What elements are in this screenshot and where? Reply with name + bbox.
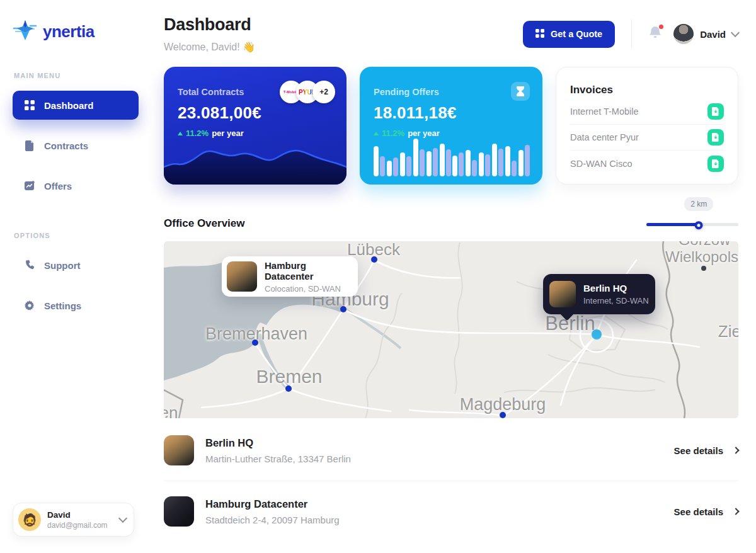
datacenter-photo-thumbnail [164,496,194,527]
invoices-title: Invoices [556,67,738,99]
slider-track[interactable] [646,223,738,226]
account-menu[interactable]: David [673,24,738,44]
map-marker-gorzow[interactable] [701,266,706,271]
radius-value-pill: 2 km [684,197,713,211]
trend-up-icon [178,132,183,135]
bar-group [400,152,411,176]
main-content: Dashboard Welcome, David! 👋 Get a Quote [164,0,738,553]
bar-group [466,150,477,176]
bar-group [452,152,464,176]
bar-group [505,146,517,176]
see-details-link[interactable]: See details [674,445,738,456]
user-email: david@gmail.com [47,521,113,530]
bar-group [374,146,385,176]
get-a-quote-button[interactable]: Get a Quote [523,21,615,48]
tooltip-subtitle: Internet, SD-WAN [583,296,649,305]
office-photo-thumbnail [164,435,194,465]
topbar: Dashboard Welcome, David! 👋 Get a Quote [164,0,738,53]
invoice-label: Data center Pyur [570,132,639,142]
spinning-top-logo-icon [13,18,38,45]
chart-icon [24,180,35,191]
grid-icon [536,29,544,40]
bar-group [492,144,503,176]
chevron-down-icon [731,28,740,37]
sidebar-user-card[interactable]: 🧔 David david@gmail.com [13,503,134,537]
office-photo-thumbnail [549,281,576,307]
notification-badge [659,25,663,29]
map-city-label: Magdeburg [460,395,546,414]
brand-name: ynertia [43,22,94,42]
office-photo-thumbnail [227,261,257,292]
card-value: 18.011,18€ [374,103,529,123]
pending-offers-card[interactable]: Pending Offers 18.011,18€ 11.2% per year [360,67,542,185]
trend-suffix: per year [212,128,244,138]
menu-section-label: MAIN MENU [14,72,139,79]
slider-thumb[interactable] [695,221,703,229]
contracts-area-chart [164,135,346,185]
map-marker-hamburg[interactable] [340,306,346,312]
user-name: David [47,510,113,520]
tooltip-subtitle: Colocation, SD-WAN [265,284,353,294]
map-city-label: en [164,403,178,419]
bar-group [413,139,425,176]
tooltip-title: Hamburg Datacenter [265,260,353,282]
bar-group [387,157,398,176]
office-overview-title: Office Overview [164,217,245,230]
get-a-quote-label: Get a Quote [551,29,602,39]
offers-bar-chart [374,137,530,176]
sidebar-item-offers[interactable]: Offers [13,171,139,200]
sidebar-item-contracts[interactable]: Contracts [13,131,139,160]
download-invoice-button[interactable] [707,103,724,120]
sidebar-item-label: Dashboard [44,100,93,111]
bar-group [440,144,451,176]
account-name: David [700,29,726,40]
location-meta: Berlin HQ Martin-Luther Straße, 13347 Be… [205,437,663,464]
invoice-label: Internet T-Mobile [570,106,639,117]
stat-cards: Total Contracts 23.081,00€ 11.2% per yea… [164,67,738,185]
map-marker-luebeck[interactable] [371,256,377,263]
card-value: 23.081,00€ [178,103,333,123]
notifications-button[interactable] [648,25,662,43]
page-subtitle: Welcome, David! 👋 [164,41,255,53]
chevron-right-icon [732,447,739,453]
map-tooltip-berlin-hq[interactable]: Berlin HQ Internet, SD-WAN [543,274,655,314]
brand-logo[interactable]: ynertia [13,18,139,45]
see-details-link[interactable]: See details [674,506,738,517]
invoice-row: Internet T-Mobile [570,99,724,125]
map-tooltip-hamburg-datacenter[interactable]: Hamburg Datacenter Colocation, SD-WAN [222,256,358,297]
total-contracts-card[interactable]: Total Contracts 23.081,00€ 11.2% per yea… [164,67,346,185]
user-meta: David david@gmail.com [47,510,113,530]
page-title: Dashboard [164,15,255,35]
sidebar-item-settings[interactable]: Settings [13,291,139,320]
invoice-row: SD-WAN Cisco [570,151,724,176]
map[interactable]: Lübeck Hamburg Bremerhaven Bremen Berlin… [164,241,738,418]
locations-list: Berlin HQ Martin-Luther Straße, 13347 Be… [164,420,738,542]
download-invoice-button[interactable] [707,156,724,172]
vertical-divider [631,20,632,48]
bar-group [479,152,490,176]
location-row: Hamburg Datacenter Stadtdeich 2-4, 20097… [164,481,738,542]
map-marker-berlin-hq[interactable] [592,329,602,339]
trend-percent: 11.2% [382,128,404,138]
map-city-label: Zielo [718,322,738,341]
menu-section-label: OPTIONS [14,232,139,239]
topbar-right: Get a Quote David [523,15,738,48]
bell-icon [648,31,662,42]
document-icon [24,140,35,151]
file-download-icon [712,107,719,116]
location-title: Berlin HQ [205,437,663,449]
tooltip-title: Berlin HQ [583,283,649,294]
map-marker-bremen[interactable] [285,385,292,392]
map-marker-bremerhaven[interactable] [252,339,258,346]
trend-percent: 11.2% [186,128,209,138]
sidebar-item-support[interactable]: Support [13,251,139,280]
map-marker-magdeburg[interactable] [500,412,506,418]
sidebar-item-dashboard[interactable]: Dashboard [13,91,139,120]
file-download-icon [712,133,719,142]
location-address: Martin-Luther Straße, 13347 Berlin [205,453,663,464]
invoice-row: Data center Pyur [570,125,724,151]
trend: 11.2% per year [178,128,333,138]
location-address: Stadtdeich 2-4, 20097 Hamburg [205,515,663,525]
download-invoice-button[interactable] [707,129,724,145]
see-details-label: See details [674,445,723,456]
